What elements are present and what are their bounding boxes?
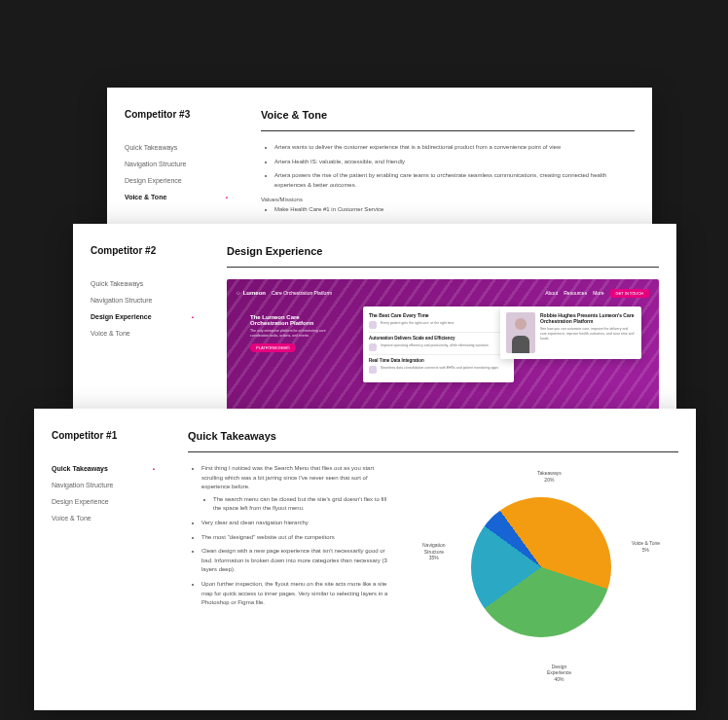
nav-navigation-structure[interactable]: Navigation Structure bbox=[125, 156, 232, 172]
nav-navigation-structure[interactable]: Navigation Structure bbox=[52, 477, 159, 493]
avatar bbox=[506, 312, 535, 353]
video-title: Robbie Hughes Presents Lumeon's Care Orc… bbox=[540, 312, 636, 324]
pie-label-design: DesignExperience40% bbox=[547, 664, 571, 683]
nav-design-experience[interactable]: Design Experience bbox=[91, 308, 198, 325]
design-screenshot: Lumeon Care Orchestration Platform About… bbox=[227, 279, 659, 415]
competitor-card-1: Competitor #1 Quick Takeaways Navigation… bbox=[34, 409, 696, 710]
divider bbox=[188, 451, 678, 452]
bullet-item: Very clear and clean navigation hierarch… bbox=[201, 519, 392, 528]
bullet-list: First thing I noticed was the Search Men… bbox=[188, 464, 392, 688]
bullet-item: Artera Health IS: valuable, accessible, … bbox=[274, 158, 635, 167]
bullet-item: Upon further inspection, the flyout menu… bbox=[201, 580, 392, 608]
video-desc: See how you can automate care, improve t… bbox=[540, 327, 636, 342]
nav-quick-takeaways[interactable]: Quick Takeaways bbox=[125, 139, 232, 156]
nav-link: About bbox=[545, 290, 558, 296]
nav-link: Care Orchestration Platform bbox=[272, 290, 332, 296]
feature-line: Improve operating efficiency and product… bbox=[381, 343, 489, 349]
sidebar-nav: Quick Takeaways Navigation Structure Des… bbox=[125, 139, 232, 205]
screenshot-nav: Lumeon Care Orchestration Platform About… bbox=[237, 287, 649, 299]
hero-sub: The only enterprise platform for orchest… bbox=[250, 329, 336, 339]
hero-title: The Lumeon Care Orchestration Platform bbox=[250, 314, 336, 326]
feature-line: Every patient gets the right care, at th… bbox=[381, 321, 454, 327]
divider bbox=[261, 130, 635, 131]
feature-title: Real Time Data Integration bbox=[369, 358, 508, 363]
feature-line: Seamless data consolidation connects wit… bbox=[381, 366, 498, 372]
section-heading: Voice & Tone bbox=[261, 109, 635, 121]
feature-title: Automation Delivers Scale and Efficiency bbox=[369, 336, 508, 341]
cta-button: GET IN TOUCH bbox=[610, 289, 649, 298]
hero-panel: The Lumeon Care Orchestration Platform T… bbox=[244, 308, 342, 358]
sidebar-nav: Quick Takeaways Navigation Structure Des… bbox=[91, 275, 198, 342]
video-panel: Robbie Hughes Presents Lumeon's Care Orc… bbox=[500, 306, 641, 359]
nav-link: Resources bbox=[564, 290, 587, 296]
section-heading: Design Experience bbox=[227, 245, 659, 257]
nav-quick-takeaways[interactable]: Quick Takeaways bbox=[91, 275, 198, 292]
bullet-item: Clean design with a new page experience … bbox=[201, 547, 392, 575]
feature-title: The Best Care Every Time bbox=[369, 312, 508, 318]
bullet-item: First thing I noticed was the Search Men… bbox=[201, 464, 392, 514]
nav-design-experience[interactable]: Design Experience bbox=[125, 172, 232, 189]
sidebar-title: Competitor #1 bbox=[52, 430, 159, 441]
pie-label-nav: NavigationStructure35% bbox=[422, 542, 446, 561]
section-heading: Quick Takeaways bbox=[188, 430, 678, 442]
brand-logo: Lumeon bbox=[237, 290, 266, 296]
sidebar-title: Competitor #3 bbox=[125, 109, 232, 120]
pie-chart: Takeaways20% Voice & Tone5% DesignExperi… bbox=[406, 464, 678, 688]
demo-button: PLATFORM DEMO bbox=[250, 343, 296, 352]
sidebar-nav: Quick Takeaways Navigation Structure Des… bbox=[52, 460, 159, 526]
nav-voice-tone[interactable]: Voice & Tone bbox=[91, 325, 198, 342]
sub-bullet-item: The search menu can be closed but the si… bbox=[213, 495, 392, 514]
nav-design-experience[interactable]: Design Experience bbox=[52, 493, 159, 510]
nav-link: More bbox=[593, 290, 603, 296]
nav-voice-tone[interactable]: Voice & Tone bbox=[52, 510, 159, 526]
bullet-item: Artera powers the rise of the patient by… bbox=[274, 171, 635, 190]
sidebar-title: Competitor #2 bbox=[91, 245, 198, 256]
bullet-item: The most "designed" website out of the c… bbox=[201, 533, 392, 543]
sidebar: Competitor #1 Quick Takeaways Navigation… bbox=[34, 409, 170, 710]
pie-label-takeaways: Takeaways20% bbox=[537, 470, 562, 483]
nav-navigation-structure[interactable]: Navigation Structure bbox=[91, 292, 198, 308]
features-panel: The Best Care Every Time Every patient g… bbox=[363, 306, 514, 382]
bullet-list: Artera wants to deliver the customer exp… bbox=[261, 143, 635, 215]
values-missions-label: Values/Missions bbox=[261, 196, 635, 205]
main-content: Quick Takeaways First thing I noticed wa… bbox=[170, 409, 696, 710]
bullet-item: Artera wants to deliver the customer exp… bbox=[274, 143, 635, 153]
nav-voice-tone[interactable]: Voice & Tone bbox=[125, 189, 232, 205]
nav-quick-takeaways[interactable]: Quick Takeaways bbox=[52, 460, 159, 477]
divider bbox=[227, 267, 659, 268]
bullet-item: Make Health Care #1 in Customer Service bbox=[274, 205, 635, 215]
pie-label-voice: Voice & Tone5% bbox=[632, 540, 660, 553]
